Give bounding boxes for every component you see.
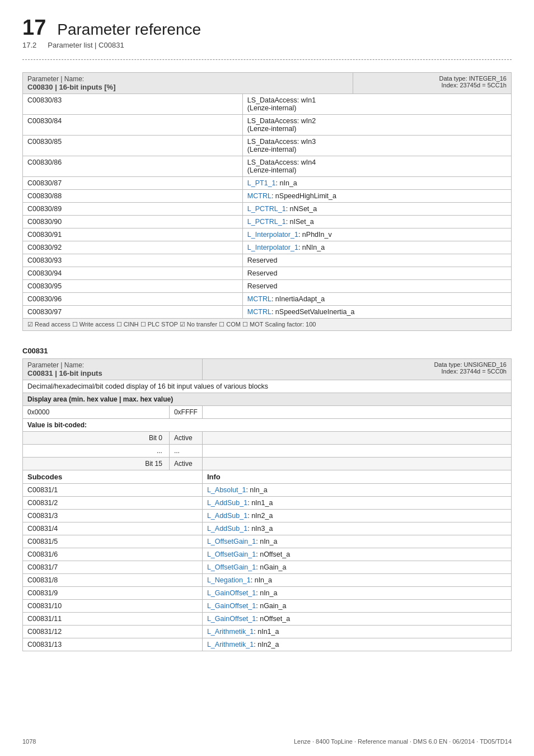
info-cell: L_PCTRL_1: nISet_a [242,216,511,228]
table-row: C00830/91L_Interpolator_1: nPhdIn_v [23,228,512,241]
info-link[interactable]: L_Interpolator_1 [247,244,298,251]
bit-label: Bit 15 [23,458,170,470]
table-row: C00830/97MCTRL: nSpeedSetValueInertia_a [23,306,512,319]
param-label-c00831: Parameter | Name: [27,361,84,369]
subcode-cell: C00830/85 [23,136,243,156]
info-link[interactable]: L_GainOffset_1 [207,602,256,610]
hex-empty [202,406,511,419]
subcode-cell: C00830/93 [23,254,243,267]
info-link[interactable]: L_Interpolator_1 [247,231,298,239]
info-link[interactable]: MCTRL [247,295,271,303]
param-name-c00831: C00831 | 16-bit inputs [27,369,102,377]
table-row: C00830/90L_PCTRL_1: nISet_a [23,216,512,228]
info-link[interactable]: L_AddSub_1 [207,512,247,520]
display-area-label: Display area (min. hex value | max. hex … [23,393,512,406]
table-row: C00831/9L_GainOffset_1: nIn_a [23,587,512,600]
info-link[interactable]: L_Arithmetik_1 [207,628,254,636]
subcode-cell: C00830/90 [23,216,243,228]
info-link[interactable]: L_OffsetGain_1 [207,563,256,571]
param-name-c00830: C00830 | 16-bit inputs [%] [27,83,116,91]
subcode-cell: C00831/10 [23,600,203,613]
info-link[interactable]: L_OffsetGain_1 [207,538,256,545]
info-cell: L_Negation_1: nIn_a [202,574,511,587]
table-row: C00830/88MCTRL: nSpeedHighLimit_a [23,190,512,203]
info-cell: L_AddSub_1: nIn2_a [202,510,511,522]
info-cell: L_Interpolator_1: nNIn_a [242,241,511,254]
subtitle-number: 17.2 [22,41,36,49]
table-row: C00830/87L_PT1_1: nIn_a [23,177,512,190]
info-link[interactable]: L_PCTRL_1 [247,218,286,226]
data-type-c00830: Data type: INTEGER_16 [358,75,507,82]
bit-value: Active [169,458,202,470]
bit-coded-label: Value is bit-coded: [23,419,512,432]
info-cell: MCTRL: nSpeedHighLimit_a [242,190,511,203]
bit-empty [202,432,511,445]
subcode-cell: C00830/86 [23,156,243,177]
info-link[interactable]: L_AddSub_1 [207,525,247,533]
c00831-section: Parameter | Name: C00831 | 16-bit inputs… [22,358,512,651]
bit-empty [202,445,511,458]
data-type-c00831: Data type: UNSIGNED_16 [207,361,507,368]
copyright-text: Lenze · 8400 TopLine · Reference manual … [294,738,512,745]
info-link[interactable]: MCTRL [247,308,271,316]
info-link[interactable]: L_PCTRL_1 [247,205,286,213]
param-label-c00830: Parameter | Name: [27,75,84,83]
index-c00830: Index: 23745d = 5CC1h [358,82,507,88]
bit-coded-header-row: Value is bit-coded: [23,419,512,432]
bit-label: Bit 0 [23,432,170,445]
table-row: C00831/7L_OffsetGain_1: nGain_a [23,561,512,574]
table-row: C00830/86LS_DataAccess: wIn4(Lenze-inter… [23,156,512,177]
table-row: C00830/95Reserved [23,280,512,293]
info-link[interactable]: L_GainOffset_1 [207,615,256,623]
page-number: 1078 [22,738,36,745]
hex-range-row: 0x00000xFFFF [23,406,512,419]
c00830-section: Parameter | Name: C00830 | 16-bit inputs… [22,72,512,331]
info-link[interactable]: L_OffsetGain_1 [207,550,256,558]
info-link[interactable]: MCTRL [247,192,271,200]
subcode-cell: C00830/83 [23,94,243,115]
subcode-cell: C00831/7 [23,561,203,574]
info-link[interactable]: L_Negation_1 [207,576,251,584]
info-link[interactable]: L_PT1_1 [247,179,276,187]
table-row: C00831/1L_Absolut_1: nIn_a [23,484,512,497]
subtitle-text: Parameter list | C00831 [48,41,124,49]
table-row: C00830/83LS_DataAccess: wIn1(Lenze-inter… [23,94,512,115]
display-area-row: Display area (min. hex value | max. hex … [23,393,512,406]
subcode-cell: C00831/5 [23,535,203,548]
info-link[interactable]: L_GainOffset_1 [207,589,256,597]
subcode-cell: C00830/88 [23,190,243,203]
table-row: C00831/11L_GainOffset_1: nOffset_a [23,613,512,626]
subcode-cell: C00831/13 [23,638,203,651]
info-cell: L_OffsetGain_1: nGain_a [202,561,511,574]
chapter-number: 17 [22,17,46,38]
subcode-cell: C00831/1 [23,484,203,497]
c00831-table: Parameter | Name: C00831 | 16-bit inputs… [22,358,512,651]
subcode-cell: C00830/84 [23,115,243,136]
info-cell: L_Absolut_1: nIn_a [202,484,511,497]
subcode-cell: C00830/95 [23,280,243,293]
bit-value: Active [169,432,202,445]
table-row: C00831/2L_AddSub_1: nIn1_a [23,497,512,510]
divider [22,59,512,60]
c00830-footer-row: ☑ Read access ☐ Write access ☐ CINH ☐ PL… [23,319,512,331]
info-link[interactable]: L_Absolut_1 [207,486,246,494]
subcode-cell: C00830/89 [23,203,243,216]
info-cell: LS_DataAccess: wIn3(Lenze-internal) [242,136,511,156]
subcode-cell: C00830/92 [23,241,243,254]
info-cell: Reserved [242,280,511,293]
info-link[interactable]: L_AddSub_1 [207,499,247,507]
bit-row: Bit 0Active [23,432,512,445]
table-row: C00831/4L_AddSub_1: nIn3_a [23,522,512,535]
info-cell: L_AddSub_1: nIn1_a [202,497,511,510]
table-row: C00831/8L_Negation_1: nIn_a [23,574,512,587]
subcode-cell: C00830/97 [23,306,243,319]
info-cell: L_OffsetGain_1: nIn_a [202,535,511,548]
info-cell: Reserved [242,267,511,280]
table-row: C00830/94Reserved [23,267,512,280]
info-link[interactable]: L_Arithmetik_1 [207,641,254,648]
chapter-title: Parameter reference [57,21,201,39]
info-cell: LS_DataAccess: wIn4(Lenze-internal) [242,156,511,177]
table-row: C00830/85LS_DataAccess: wIn3(Lenze-inter… [23,136,512,156]
table-row: C00831/5L_OffsetGain_1: nIn_a [23,535,512,548]
info-cell: L_Interpolator_1: nPhdIn_v [242,228,511,241]
